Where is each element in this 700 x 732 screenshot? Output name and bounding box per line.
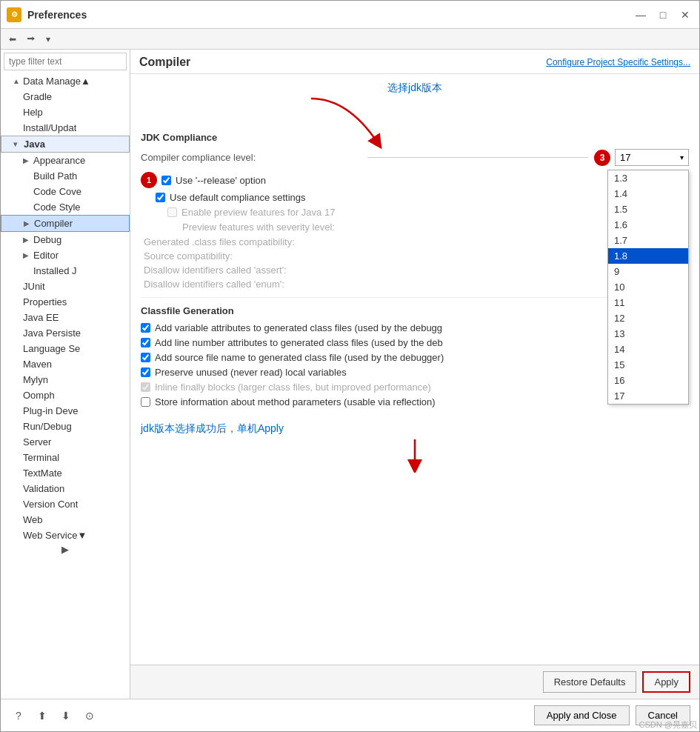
option-15[interactable]: 15 (608, 357, 688, 373)
sidebar-item-oomph[interactable]: Oomph (1, 387, 130, 403)
panel-footer: Restore Defaults Apply (130, 665, 699, 699)
filter-input[interactable] (4, 53, 127, 70)
sidebar-item-label: Debug (33, 234, 61, 245)
sidebar-item-properties[interactable]: Properties (1, 294, 130, 310)
option-14[interactable]: 14 (608, 342, 688, 357)
use-default-checkbox[interactable] (156, 193, 165, 202)
dropdown-menu[interactable]: 1.3 1.4 1.5 1.6 1.7 1.8 9 10 11 12 13 (607, 170, 689, 405)
option-1-8[interactable]: 1.8 (608, 248, 688, 264)
sidebar-item-label: Code Cove (33, 186, 81, 197)
help-icon[interactable]: ? (10, 707, 27, 725)
window-title: Preferences (27, 9, 633, 21)
sidebar-item-java-ee[interactable]: Java EE (1, 310, 130, 325)
back-button[interactable]: ⬅ (5, 32, 20, 47)
option-13[interactable]: 13 (608, 326, 688, 342)
store-method-params-label: Store information about method parameter… (155, 396, 436, 407)
apply-close-button[interactable]: Apply and Close (534, 705, 630, 725)
sidebar-item-data-management[interactable]: ▲ Data Manage▲ (1, 73, 130, 89)
sidebar-item-web[interactable]: Web (1, 512, 130, 528)
option-1-7[interactable]: 1.7 (608, 233, 688, 248)
version-dropdown[interactable]: 17 ▾ 1.3 1.4 1.5 1.6 1.7 1.8 (615, 149, 689, 166)
forward-button[interactable]: ⮕ (23, 32, 39, 47)
sidebar-item-run-debug[interactable]: Run/Debug (1, 419, 130, 434)
sidebar-item-label: Oomph (23, 390, 55, 401)
jdk-compliance-title: JDK Compliance (141, 132, 689, 143)
sidebar-item-web-services[interactable]: Web Service▼ (1, 528, 130, 543)
sidebar-item-java-persistence[interactable]: Java Persiste (1, 325, 130, 341)
store-method-params-checkbox[interactable] (141, 397, 150, 407)
sidebar-item-language-se[interactable]: Language Se (1, 341, 130, 356)
sidebar-item-appearance[interactable]: ▶ Appearance (1, 153, 130, 168)
sidebar-item-terminal[interactable]: Terminal (1, 450, 130, 465)
watermark: CSDN @晃嘉贝 (639, 719, 697, 731)
expand-icon: ▶ (23, 236, 33, 244)
sidebar-item-label: Editor (33, 250, 59, 261)
export-icon[interactable]: ⬇ (57, 707, 75, 725)
option-1-3[interactable]: 1.3 (608, 170, 688, 186)
apply-button[interactable]: Apply (642, 671, 690, 693)
option-1-5[interactable]: 1.5 (608, 202, 688, 217)
sidebar-item-java[interactable]: ▾ Java (1, 136, 130, 153)
sidebar-item-gradle[interactable]: Gradle (1, 89, 130, 104)
generated-class-label: Generated .class files compatibility: (141, 236, 689, 247)
sidebar-item-server[interactable]: Server (1, 434, 130, 450)
sidebar-item-debug[interactable]: ▶ Debug (1, 232, 130, 247)
option-12[interactable]: 12 (608, 310, 688, 326)
add-variable-checkbox[interactable] (141, 323, 150, 333)
sidebar-item-validation[interactable]: Validation (1, 481, 130, 496)
sidebar-item-maven[interactable]: Maven (1, 356, 130, 372)
import-icon[interactable]: ⬆ (33, 707, 51, 725)
sidebar-item-plug-in-dev[interactable]: Plug-in Deve (1, 403, 130, 419)
enable-preview-checkbox[interactable] (167, 207, 177, 217)
version-dropdown-button[interactable]: 17 ▾ (615, 149, 689, 166)
sidebar-item-label: Code Style (33, 202, 81, 213)
add-line-number-checkbox[interactable] (141, 338, 150, 347)
maximize-button[interactable]: □ (655, 7, 671, 23)
option-1-4[interactable]: 1.4 (608, 186, 688, 202)
sidebar-item-editor[interactable]: ▶ Editor (1, 247, 130, 263)
badge-1: 1 (141, 172, 157, 188)
chevron-down-icon: ▾ (680, 153, 684, 162)
minimize-button[interactable]: — (633, 7, 649, 23)
sidebar-item-installed-jre[interactable]: Installed J (1, 263, 130, 279)
inline-finally-checkbox[interactable] (141, 382, 150, 392)
preserve-unused-checkbox[interactable] (141, 367, 150, 377)
option-10[interactable]: 10 (608, 279, 688, 295)
sidebar-item-build-path[interactable]: Build Path (1, 168, 130, 184)
sidebar-item-textmate[interactable]: TextMate (1, 465, 130, 481)
add-source-file-checkbox[interactable] (141, 353, 150, 362)
sidebar-item-label: Java EE (23, 312, 59, 323)
sidebar-item-label: Java (24, 139, 45, 150)
sidebar-item-install-update[interactable]: Install/Updat (1, 120, 130, 136)
sidebar-scroll-right[interactable]: ▶ (61, 544, 69, 555)
use-release-checkbox[interactable] (161, 176, 171, 185)
option-1-6[interactable]: 1.6 (608, 217, 688, 233)
sidebar-item-compiler[interactable]: ▶ Compiler (1, 215, 130, 232)
sidebar-item-help[interactable]: Help (1, 104, 130, 120)
close-button[interactable]: ✕ (677, 7, 693, 23)
sidebar-item-code-style[interactable]: Code Style (1, 199, 130, 215)
option-11[interactable]: 11 (608, 295, 688, 310)
main-content: ▲ Data Manage▲ Gradle Help Install/Updat… (1, 50, 699, 699)
add-variable-row: Add variable attributes to generated cla… (141, 322, 689, 333)
sidebar-item-label: JUnit (23, 281, 45, 292)
sidebar-item-label: Build Path (33, 170, 77, 182)
sidebar-item-mylyn[interactable]: Mylyn (1, 372, 130, 387)
disallow-enum-row: Disallow identifiers called 'enum': (141, 279, 689, 290)
dropdown-arrow[interactable]: ▾ (42, 32, 54, 47)
toolbar: ⬅ ⮕ ▾ (1, 29, 699, 50)
configure-project-link[interactable]: Configure Project Specific Settings... (546, 57, 690, 67)
sidebar-item-label: Compiler (34, 218, 73, 229)
option-16[interactable]: 16 (608, 373, 688, 388)
sidebar-item-junit[interactable]: JUnit (1, 279, 130, 294)
option-17[interactable]: 17 (608, 388, 688, 404)
sidebar-item-label: Terminal (23, 452, 59, 463)
use-release-label: Use '--release' option (176, 175, 266, 186)
sidebar-item-code-coverage[interactable]: Code Cove (1, 184, 130, 199)
panel-title: Compiler (139, 56, 190, 69)
sidebar-item-label: Gradle (23, 91, 52, 102)
restore-defaults-button[interactable]: Restore Defaults (543, 671, 637, 693)
info-icon[interactable]: ⊙ (81, 707, 99, 725)
sidebar-item-version-control[interactable]: Version Cont (1, 496, 130, 512)
option-9[interactable]: 9 (608, 264, 688, 279)
